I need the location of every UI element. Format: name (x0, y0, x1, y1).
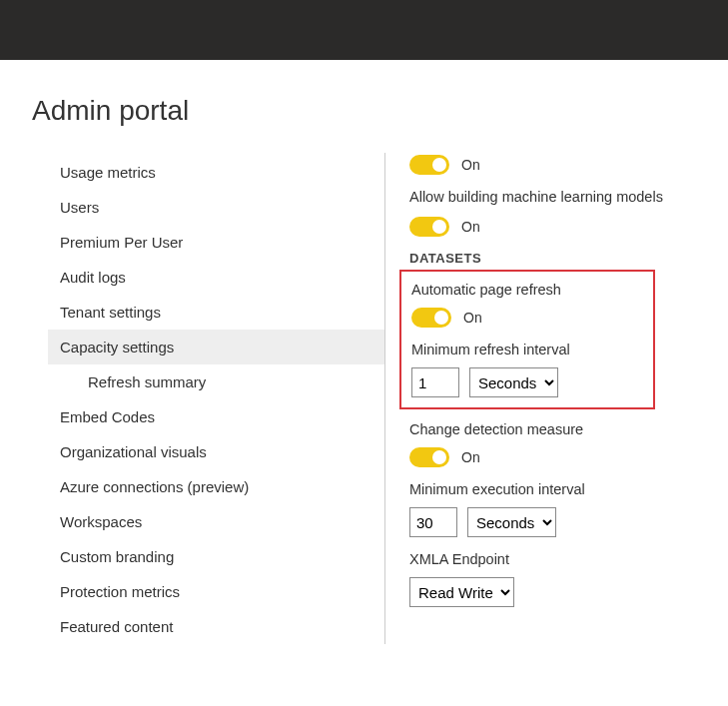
sidebar-item-workspaces[interactable]: Workspaces (48, 504, 384, 539)
sidebar-item-label: Organizational visuals (60, 443, 207, 460)
min-execution-interval-input[interactable] (409, 507, 457, 537)
toggle-switch[interactable] (409, 155, 449, 175)
sidebar-item-label: Protection metrics (60, 583, 180, 600)
field-label-min-execution-interval: Minimum execution interval (409, 481, 728, 497)
min-execution-interval-row: Seconds (409, 507, 728, 537)
toggle-state-label: On (463, 310, 482, 326)
sidebar-item-label: Workspaces (60, 513, 142, 530)
sidebar-item-tenant-settings[interactable]: Tenant settings (48, 295, 384, 330)
sidebar-item-label: Audit logs (60, 269, 126, 286)
min-execution-interval-unit-select[interactable]: Seconds (467, 507, 556, 537)
field-label-xmla-endpoint: XMLA Endpoint (409, 551, 728, 567)
setting-label-auto-refresh: Automatic page refresh (411, 282, 643, 298)
sidebar-item-azure-connections[interactable]: Azure connections (preview) (48, 469, 384, 504)
min-refresh-interval-unit-select[interactable]: Seconds (469, 367, 558, 397)
sidebar-item-custom-branding[interactable]: Custom branding (48, 539, 384, 574)
sidebar-item-label: Premium Per User (60, 234, 183, 251)
toggle-row-change-detection: On (409, 447, 728, 467)
section-header-datasets: DATASETS (409, 251, 728, 266)
toggle-row-top: On (409, 155, 728, 175)
sidebar-item-label: Featured content (60, 618, 173, 635)
toggle-state-label: On (461, 449, 480, 465)
toggle-switch[interactable] (409, 217, 449, 237)
sidebar-item-capacity-settings[interactable]: Capacity settings (48, 330, 384, 364)
min-refresh-interval-row: Seconds (411, 367, 643, 397)
toggle-switch[interactable] (411, 308, 451, 328)
sidebar-item-organizational-visuals[interactable]: Organizational visuals (48, 434, 384, 469)
sidebar-item-label: Custom branding (60, 548, 174, 565)
sidebar-item-label: Embed Codes (60, 408, 155, 425)
setting-label-ml-models: Allow building machine learning models (409, 189, 728, 205)
sidebar-item-usage-metrics[interactable]: Usage metrics (48, 155, 384, 190)
xmla-endpoint-select[interactable]: Read Write (409, 577, 514, 607)
sidebar-item-users[interactable]: Users (48, 190, 384, 225)
page-title: Admin portal (0, 60, 728, 155)
field-label-min-refresh-interval: Minimum refresh interval (411, 342, 643, 357)
sidebar-item-protection-metrics[interactable]: Protection metrics (48, 574, 384, 609)
sidebar-item-label: Usage metrics (60, 164, 156, 181)
sidebar-item-label: Users (60, 199, 99, 216)
sidebar-item-premium-per-user[interactable]: Premium Per User (48, 225, 384, 260)
main-panel: On Allow building machine learning model… (385, 155, 728, 644)
sidebar-item-label: Azure connections (preview) (60, 478, 249, 495)
xmla-endpoint-row: Read Write (409, 577, 728, 607)
setting-label-change-detection: Change detection measure (409, 421, 728, 437)
sidebar-subitem-refresh-summary[interactable]: Refresh summary (48, 364, 384, 399)
sidebar-item-embed-codes[interactable]: Embed Codes (48, 399, 384, 434)
sidebar-item-label: Refresh summary (88, 373, 206, 390)
toggle-switch[interactable] (409, 447, 449, 467)
toggle-state-label: On (461, 219, 480, 235)
sidebar-item-label: Tenant settings (60, 304, 161, 321)
content-area: Usage metrics Users Premium Per User Aud… (0, 155, 728, 644)
min-refresh-interval-input[interactable] (411, 367, 459, 397)
sidebar-item-audit-logs[interactable]: Audit logs (48, 260, 384, 295)
sidebar: Usage metrics Users Premium Per User Aud… (0, 155, 384, 644)
top-bar (0, 0, 728, 60)
sidebar-item-label: Capacity settings (60, 339, 174, 355)
toggle-row-auto-refresh: On (411, 308, 643, 328)
toggle-state-label: On (461, 157, 480, 173)
highlight-box: Automatic page refresh On Minimum refres… (399, 270, 655, 409)
sidebar-item-featured-content[interactable]: Featured content (48, 609, 384, 644)
toggle-row-ml-models: On (409, 217, 728, 237)
